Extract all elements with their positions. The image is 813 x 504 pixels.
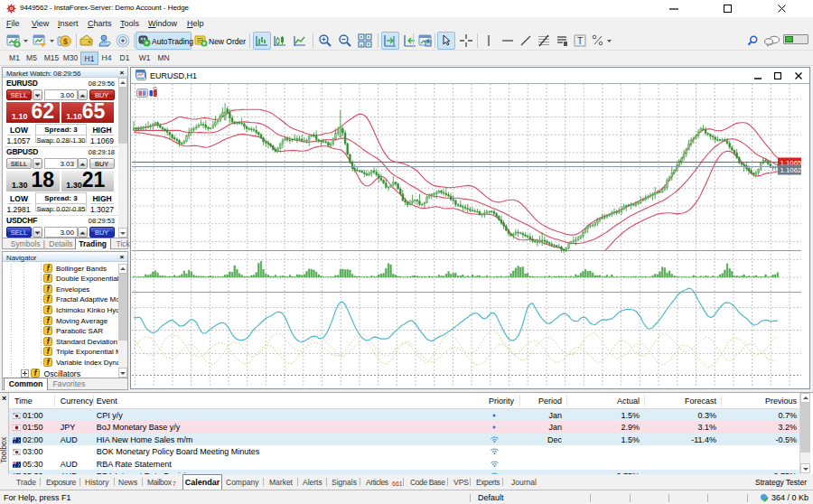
svg-text:T: T [577,36,583,46]
svg-text:1.1062: 1.1062 [780,166,802,174]
svg-text:$: $ [63,37,68,46]
